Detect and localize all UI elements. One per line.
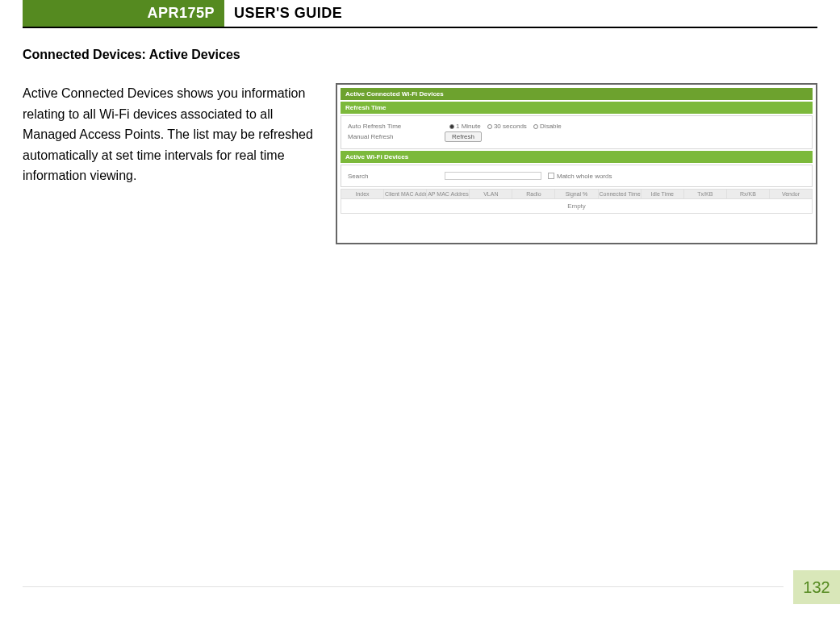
- footer-rule: [23, 586, 784, 587]
- shot-devices-panel: Search Match whole words: [341, 165, 813, 187]
- shot-refresh-header: Refresh Time: [341, 102, 813, 114]
- shot-devices-header: Active Wi-Fi Devices: [341, 151, 813, 163]
- col-index: Index: [341, 190, 384, 198]
- col-vendor: Vendor: [770, 190, 812, 198]
- col-conn-time: Connected Time: [599, 190, 641, 198]
- manual-refresh-label: Manual Refresh: [348, 133, 445, 140]
- match-label: Match whole words: [557, 173, 612, 180]
- header-model-tab: APR175P: [23, 0, 224, 27]
- search-input[interactable]: [445, 172, 541, 180]
- shot-refresh-panel: Auto Refresh Time 1 Minute 30 seconds Di…: [341, 115, 813, 149]
- col-client-mac: Client MAC Address: [384, 190, 427, 198]
- header-title: USER'S GUIDE: [234, 0, 342, 27]
- radio-30s-label: 30 seconds: [494, 123, 527, 130]
- header-rule: [23, 27, 817, 28]
- col-vlan: VLAN: [470, 190, 512, 198]
- refresh-button[interactable]: Refresh: [445, 131, 482, 142]
- auto-refresh-label: Auto Refresh Time: [348, 123, 445, 130]
- section-heading: Connected Devices: Active Devices: [23, 48, 817, 62]
- radio-1min-label: 1 Minute: [456, 123, 481, 130]
- radio-30s[interactable]: [487, 124, 492, 129]
- col-tx: Tx/KB: [684, 190, 727, 198]
- col-rx: Rx/KB: [727, 190, 770, 198]
- col-idle-time: Idle Time: [641, 190, 684, 198]
- radio-1min[interactable]: [449, 124, 454, 129]
- col-signal: Signal %: [555, 190, 598, 198]
- col-radio: Radio: [512, 190, 555, 198]
- shot-title-bar: Active Connected Wi-Fi Devices: [341, 88, 813, 100]
- body-paragraph: Active Connected Devices shows you infor…: [23, 83, 321, 186]
- radio-disable-label: Disable: [540, 123, 562, 130]
- radio-disable[interactable]: [533, 124, 538, 129]
- col-ap-mac: AP MAC Address: [427, 190, 470, 198]
- devices-table-empty: Empty: [341, 199, 813, 214]
- match-checkbox[interactable]: [548, 173, 554, 179]
- devices-table-header: Index Client MAC Address AP MAC Address …: [341, 189, 813, 199]
- page-number: 132: [793, 570, 840, 604]
- search-label: Search: [348, 173, 445, 180]
- embedded-screenshot: Active Connected Wi-Fi Devices Refresh T…: [336, 83, 817, 244]
